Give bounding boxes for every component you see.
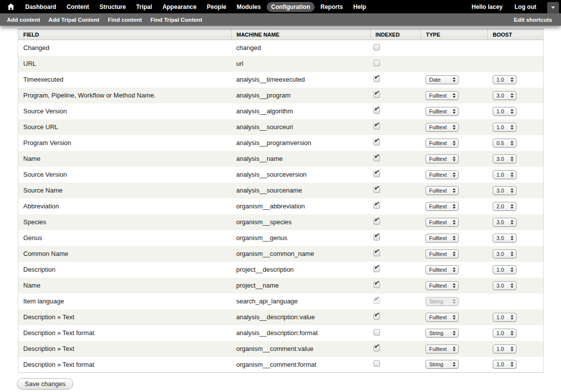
home-button[interactable] — [5, 0, 17, 13]
type-select[interactable]: Fulltext — [425, 202, 459, 211]
boost-select-value: 1.0 — [497, 108, 504, 114]
indexed-checkbox[interactable] — [374, 60, 380, 66]
type-select-value: Fulltext — [429, 251, 447, 257]
menu-item-structure[interactable]: Structure — [95, 2, 130, 12]
table-row: Source Version analysis__sourceversion F… — [18, 167, 544, 183]
edit-shortcuts-link[interactable]: Edit shortcuts — [514, 17, 552, 23]
select-stepper-icon — [453, 236, 456, 241]
type-select[interactable]: Fulltext — [425, 281, 459, 290]
boost-select[interactable]: 3.0 — [493, 91, 516, 100]
type-select[interactable]: Fulltext — [425, 123, 459, 132]
indexed-checkbox[interactable] — [374, 92, 380, 98]
boost-select[interactable]: 3.0 — [493, 218, 516, 227]
menu-item-people[interactable]: People — [202, 2, 231, 12]
table-row: Name analysis__name Fulltext 3.0 — [18, 151, 544, 167]
type-select-value: Fulltext — [429, 219, 447, 225]
indexed-checkbox[interactable] — [374, 234, 380, 241]
select-stepper-icon — [511, 204, 514, 209]
table-row: Description » Text organism__comment:val… — [18, 341, 544, 357]
indexed-checkbox[interactable] — [374, 329, 380, 336]
type-select[interactable]: Fulltext — [425, 265, 459, 274]
boost-select[interactable]: 3.0 — [493, 154, 516, 163]
indexed-checkbox[interactable] — [374, 123, 380, 130]
type-select[interactable]: Fulltext — [425, 186, 459, 195]
column-header-type: TYPE — [421, 29, 488, 40]
indexed-checkbox[interactable] — [374, 202, 380, 209]
type-select[interactable]: Fulltext — [425, 218, 459, 227]
type-select[interactable]: Fulltext — [425, 107, 459, 116]
indexed-checkbox[interactable] — [374, 155, 380, 161]
indexed-checkbox[interactable] — [374, 360, 380, 367]
boost-select[interactable]: 3.0 — [493, 281, 516, 290]
type-select-value: String — [429, 330, 444, 336]
user-greeting-link[interactable]: Hello lacey — [471, 3, 503, 10]
type-select-value: Fulltext — [429, 314, 447, 320]
boost-select[interactable]: 1.0 — [493, 123, 516, 132]
type-select[interactable]: Fulltext — [425, 313, 459, 322]
boost-select[interactable]: 3.0 — [493, 234, 516, 243]
boost-select[interactable]: 1.0 — [493, 344, 516, 353]
field-label: Description » Text format — [23, 361, 94, 368]
boost-select[interactable]: 1.0 — [493, 313, 516, 322]
type-select[interactable]: String — [425, 329, 459, 338]
type-select[interactable]: Fulltext — [425, 234, 459, 243]
toolbar-toggle-button[interactable] — [547, 2, 559, 13]
indexed-checkbox[interactable] — [374, 250, 380, 256]
menu-item-tripal[interactable]: Tripal — [132, 2, 156, 12]
save-changes-button[interactable]: Save changes — [17, 378, 73, 390]
select-stepper-icon — [511, 251, 514, 256]
indexed-checkbox[interactable] — [374, 187, 380, 193]
indexed-checkbox[interactable] — [374, 171, 380, 177]
boost-select[interactable]: 0.5 — [493, 139, 516, 147]
menu-item-dashboard[interactable]: Dashboard — [21, 2, 61, 12]
type-select[interactable]: Fulltext — [425, 344, 459, 353]
type-select[interactable]: Date — [425, 75, 459, 84]
field-label: Source Version — [23, 107, 67, 115]
boost-select[interactable]: 2.0 — [493, 202, 516, 211]
checkmark-icon — [374, 153, 379, 160]
type-select[interactable]: Fulltext — [425, 139, 459, 147]
boost-select[interactable]: 3.0 — [493, 186, 516, 195]
shortcut-add-content[interactable]: Add content — [7, 17, 40, 23]
boost-select[interactable]: 1.0 — [493, 265, 516, 274]
field-label: Species — [23, 218, 46, 226]
boost-select[interactable]: 1.0 — [493, 170, 516, 179]
machine-name: organism__comment:value — [236, 345, 314, 352]
indexed-checkbox[interactable] — [374, 44, 380, 50]
menu-item-reports[interactable]: Reports — [316, 2, 347, 12]
type-select[interactable]: Fulltext — [425, 91, 459, 100]
checkmark-icon — [374, 280, 379, 287]
boost-select-value: 0.5 — [497, 140, 504, 146]
field-label: Source URL — [23, 123, 58, 131]
boost-select-value: 1.0 — [497, 124, 504, 130]
type-select[interactable]: Fulltext — [425, 249, 459, 258]
shortcut-add-tripal-content[interactable]: Add Tripal Content — [48, 17, 99, 23]
indexed-checkbox[interactable] — [374, 282, 380, 288]
boost-select[interactable]: 1.0 — [493, 329, 516, 338]
indexed-checkbox[interactable] — [374, 345, 380, 351]
type-select[interactable]: String — [425, 360, 459, 369]
indexed-checkbox[interactable] — [374, 107, 380, 114]
indexed-checkbox[interactable] — [374, 139, 380, 146]
menu-item-modules[interactable]: Modules — [232, 2, 265, 12]
menu-item-appearance[interactable]: Appearance — [158, 2, 201, 12]
boost-select[interactable]: 3.0 — [493, 249, 516, 258]
type-select[interactable]: Fulltext — [425, 154, 459, 163]
indexed-checkbox[interactable] — [374, 266, 380, 272]
indexed-checkbox[interactable] — [374, 313, 380, 320]
menu-item-configuration[interactable]: Configuration — [267, 2, 315, 12]
type-select[interactable]: Fulltext — [425, 170, 459, 179]
indexed-checkbox[interactable] — [374, 76, 380, 82]
shortcut-find-tripal-content[interactable]: Find Tripal Content — [150, 17, 202, 23]
shortcut-find-content[interactable]: Find content — [108, 17, 142, 23]
field-label: Description — [23, 266, 55, 273]
menu-item-help[interactable]: Help — [349, 2, 371, 12]
indexed-checkbox — [374, 297, 380, 304]
logout-link[interactable]: Log out — [514, 3, 536, 10]
boost-select[interactable]: 1.0 — [493, 360, 516, 369]
boost-select[interactable]: 1.0 — [493, 107, 516, 116]
boost-select[interactable]: 1.0 — [493, 75, 516, 84]
select-stepper-icon — [511, 141, 514, 146]
menu-item-content[interactable]: Content — [62, 2, 94, 12]
indexed-checkbox[interactable] — [374, 218, 380, 225]
